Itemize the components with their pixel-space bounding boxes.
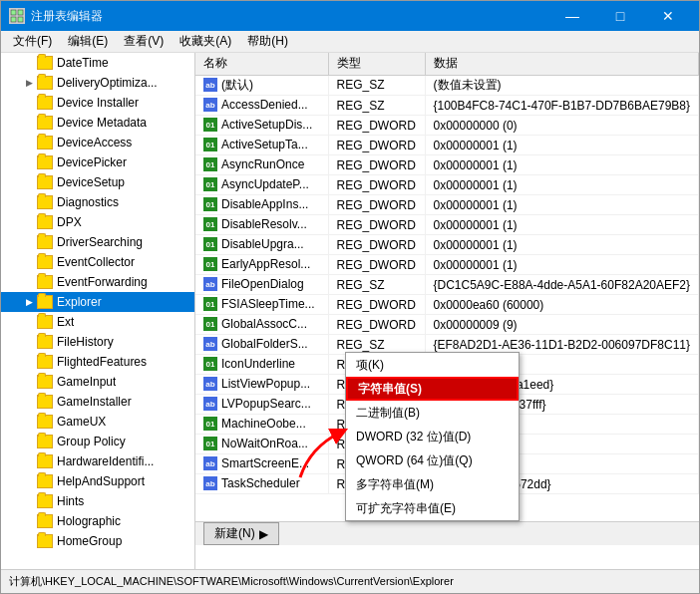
- cell-type: REG_DWORD: [329, 175, 426, 195]
- table-row[interactable]: 01ActiveSetupTa...REG_DWORD0x00000001 (1…: [195, 136, 699, 155]
- dword-icon: 01: [203, 317, 217, 331]
- tree-item[interactable]: Group Policy: [1, 432, 194, 451]
- cell-name: ab(默认): [195, 76, 329, 96]
- tree-item[interactable]: DriverSearching: [1, 232, 194, 252]
- tree-arrow-icon: [21, 214, 37, 230]
- submenu-item[interactable]: 多字符串值(M): [346, 472, 519, 496]
- registry-values-panel[interactable]: 名称 类型 数据 ab(默认)REG_SZ(数值未设置)abAccessDeni…: [195, 53, 699, 569]
- sz-icon: ab: [203, 78, 217, 92]
- svg-rect-0: [11, 10, 16, 15]
- folder-icon: [37, 195, 53, 209]
- submenu-item[interactable]: DWORD (32 位)值(D): [346, 425, 519, 448]
- menu-item-a[interactable]: 收藏夹(A): [172, 31, 239, 52]
- name-value: EarlyAppResol...: [221, 257, 310, 271]
- tree-arrow-icon: [21, 95, 37, 111]
- table-row[interactable]: 01DisableAppIns...REG_DWORD0x00000001 (1…: [195, 195, 699, 215]
- tree-item[interactable]: ▶DeliveryOptimiza...: [1, 73, 194, 93]
- title-buttons: — □ ✕: [549, 1, 691, 31]
- menu-item-f[interactable]: 文件(F): [5, 31, 60, 52]
- table-row[interactable]: 01DisableResolv...REG_DWORD0x00000001 (1…: [195, 215, 699, 235]
- folder-icon: [37, 275, 53, 289]
- submenu-item[interactable]: QWORD (64 位)值(Q): [346, 448, 519, 472]
- tree-item[interactable]: FileHistory: [1, 332, 194, 352]
- close-button[interactable]: ✕: [645, 1, 691, 31]
- cell-data: (数值未设置): [425, 75, 698, 96]
- tree-item[interactable]: EventCollector: [1, 252, 194, 272]
- cell-data: 0x00000001 (1): [425, 235, 698, 255]
- dword-icon: 01: [203, 417, 217, 431]
- tree-arrow-icon: [21, 513, 37, 529]
- new-button[interactable]: 新建(N) ▶: [203, 522, 279, 545]
- cell-data: 0x00000009 (9): [425, 315, 698, 335]
- name-value: LVPopupSearc...: [221, 397, 311, 411]
- cell-data: {100B4FC8-74C1-470F-B1B7-DD7B6BAE79B8}: [425, 96, 698, 116]
- folder-icon: [37, 56, 53, 70]
- table-row[interactable]: abAccessDenied...REG_SZ{100B4FC8-74C1-47…: [195, 96, 699, 116]
- registry-tree[interactable]: DateTime▶DeliveryOptimiza...Device Insta…: [1, 53, 195, 569]
- tree-item[interactable]: Holographic: [1, 511, 194, 531]
- submenu-item[interactable]: 字符串值(S): [346, 377, 519, 401]
- submenu-item[interactable]: 二进制值(B): [346, 401, 519, 425]
- folder-icon: [37, 514, 53, 528]
- menu-item-h[interactable]: 帮助(H): [239, 31, 296, 52]
- tree-item[interactable]: DPX: [1, 212, 194, 232]
- tree-item[interactable]: FlightedFeatures: [1, 352, 194, 372]
- tree-item[interactable]: GameInstaller: [1, 392, 194, 412]
- tree-label: HelpAndSupport: [57, 474, 145, 488]
- tree-item[interactable]: EventForwarding: [1, 272, 194, 292]
- tree-item[interactable]: HelpAndSupport: [1, 471, 194, 491]
- maximize-button[interactable]: □: [597, 1, 643, 31]
- cell-name: abFileOpenDialog: [195, 275, 329, 295]
- tree-item[interactable]: Device Installer: [1, 93, 194, 113]
- cell-name: 01EarlyAppResol...: [195, 255, 329, 275]
- cell-type: REG_DWORD: [329, 195, 426, 215]
- cell-type: REG_SZ: [329, 96, 426, 116]
- table-row[interactable]: 01GlobalAssocC...REG_DWORD0x00000009 (9): [195, 315, 699, 335]
- tree-item[interactable]: GameInput: [1, 372, 194, 392]
- tree-item[interactable]: HardwareIdentifi...: [1, 451, 194, 471]
- tree-arrow-icon: [21, 374, 37, 390]
- table-row[interactable]: ab(默认)REG_SZ(数值未设置): [195, 75, 699, 96]
- tree-arrow-icon: [21, 194, 37, 210]
- tree-item[interactable]: Diagnostics: [1, 192, 194, 212]
- table-row[interactable]: 01EarlyAppResol...REG_DWORD0x00000001 (1…: [195, 255, 699, 275]
- tree-item[interactable]: Device Metadata: [1, 113, 194, 133]
- tree-item[interactable]: HomeGroup: [1, 531, 194, 551]
- tree-item[interactable]: DateTime: [1, 53, 194, 73]
- table-row[interactable]: 01AsyncUpdateP...REG_DWORD0x00000001 (1): [195, 175, 699, 195]
- cell-type: REG_DWORD: [329, 215, 426, 235]
- sz-icon: ab: [203, 456, 217, 470]
- dword-icon: 01: [203, 157, 217, 171]
- tree-item[interactable]: DeviceAccess: [1, 133, 194, 152]
- tree-label: DeliveryOptimiza...: [57, 76, 158, 90]
- minimize-button[interactable]: —: [549, 1, 595, 31]
- tree-arrow-icon: [21, 115, 37, 131]
- name-value: DisableUpgra...: [221, 237, 304, 251]
- table-row[interactable]: 01DisableUpgra...REG_DWORD0x00000001 (1): [195, 235, 699, 255]
- tree-item[interactable]: DeviceSetup: [1, 172, 194, 192]
- table-row[interactable]: 01AsyncRunOnceREG_DWORD0x00000001 (1): [195, 155, 699, 175]
- cell-name: 01NoWaitOnRoa...: [195, 435, 329, 454]
- tree-item[interactable]: Hints: [1, 491, 194, 511]
- menu-bar: 文件(F)编辑(E)查看(V)收藏夹(A)帮助(H): [1, 31, 699, 53]
- tree-label: GameUX: [57, 415, 106, 429]
- folder-icon: [37, 116, 53, 130]
- table-row[interactable]: 01ActiveSetupDis...REG_DWORD0x00000000 (…: [195, 116, 699, 136]
- name-value: ListViewPopup...: [221, 377, 310, 391]
- tree-item[interactable]: GameUX: [1, 412, 194, 432]
- tree-arrow-icon: [21, 493, 37, 509]
- table-row[interactable]: abFileOpenDialogREG_SZ{DC1C5A9C-E88A-4dd…: [195, 275, 699, 295]
- tree-item[interactable]: DevicePicker: [1, 152, 194, 172]
- table-row[interactable]: 01FSIASleepTime...REG_DWORD0x0000ea60 (6…: [195, 295, 699, 315]
- app-icon: [9, 8, 25, 24]
- folder-icon: [37, 415, 53, 429]
- menu-item-e[interactable]: 编辑(E): [60, 31, 116, 52]
- cell-type: REG_DWORD: [329, 155, 426, 175]
- tree-item[interactable]: ▶Explorer: [1, 292, 194, 312]
- menu-item-v[interactable]: 查看(V): [116, 31, 172, 52]
- name-value: ActiveSetupDis...: [221, 118, 312, 132]
- submenu-item[interactable]: 项(K): [346, 353, 519, 377]
- tree-item[interactable]: Ext: [1, 312, 194, 332]
- submenu-item[interactable]: 可扩充字符串值(E): [346, 496, 519, 520]
- sz-icon: ab: [203, 377, 217, 391]
